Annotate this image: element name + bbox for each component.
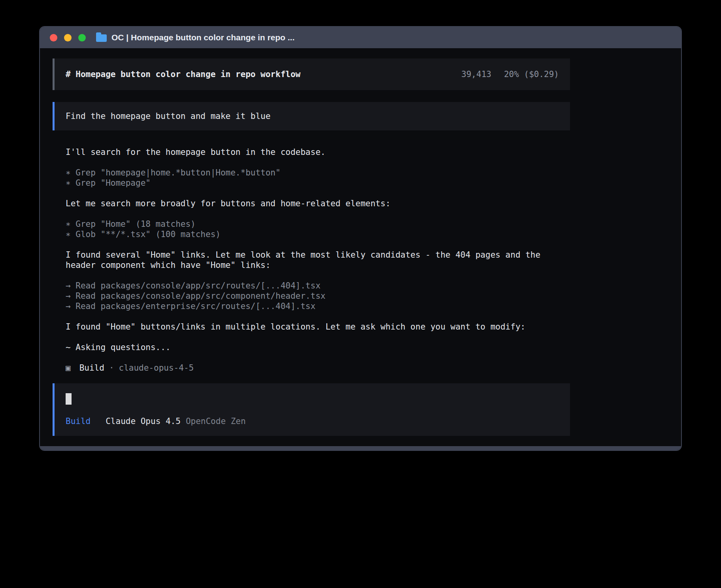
- user-message-text: Find the homepage button and make it blu…: [66, 111, 270, 121]
- tool-call-group: ∗ Grep "Home" (18 matches) ∗ Glob "**/*.…: [66, 219, 557, 239]
- terminal-body: # Homepage button color change in repo w…: [40, 48, 681, 450]
- assistant-text: I found several "Home" links. Let me loo…: [66, 250, 557, 270]
- window-title: OC | Homepage button color change in rep…: [111, 33, 294, 42]
- tool-call-group: ∗ Grep "homepage|home.*button|Home.*butt…: [66, 168, 557, 188]
- tool-call-glob: ∗ Glob "**/*.tsx" (100 matches): [66, 229, 557, 239]
- terminal-window: OC | Homepage button color change in rep…: [39, 26, 682, 451]
- input-model-label[interactable]: Claude Opus 4.5: [106, 416, 181, 426]
- tool-call-grep: ∗ Grep "Homepage": [66, 178, 557, 188]
- tool-call-read: → Read packages/console/app/src/componen…: [66, 291, 557, 301]
- agent-model: claude-opus-4-5: [119, 363, 194, 373]
- context-usage: 20% ($0.29): [504, 70, 559, 79]
- tool-call-grep: ∗ Grep "homepage|home.*button|Home.*butt…: [66, 168, 557, 178]
- assistant-text: I found "Home" buttons/links in multiple…: [66, 322, 557, 332]
- window-bottom-edge: [40, 446, 681, 450]
- tool-call-grep: ∗ Grep "Home" (18 matches): [66, 219, 557, 229]
- folder-icon: [96, 34, 107, 42]
- assistant-text: Let me search more broadly for buttons a…: [66, 198, 557, 209]
- assistant-status: ~ Asking questions...: [66, 342, 557, 352]
- prompt-input[interactable]: Build Claude Opus 4.5 OpenCode Zen: [53, 383, 570, 436]
- user-message: Find the homepage button and make it blu…: [53, 102, 570, 130]
- transcript: I'll search for the homepage button in t…: [53, 147, 570, 373]
- tool-call-read: → Read packages/console/app/src/routes/[…: [66, 281, 557, 291]
- window-controls: [50, 34, 86, 41]
- session-header: # Homepage button color change in repo w…: [53, 58, 570, 90]
- assistant-text: I'll search for the homepage button in t…: [66, 147, 557, 157]
- tool-call-group: → Read packages/console/app/src/routes/[…: [66, 281, 557, 311]
- input-mode-label[interactable]: Build: [66, 416, 91, 426]
- text-cursor: [66, 393, 72, 405]
- titlebar-title-group: OC | Homepage button color change in rep…: [96, 33, 294, 42]
- tool-call-read: → Read packages/enterprise/src/routes/[.…: [66, 301, 557, 311]
- content-column: # Homepage button color change in repo w…: [53, 58, 570, 450]
- input-meta-row: Build Claude Opus 4.5 OpenCode Zen: [66, 416, 559, 426]
- window-titlebar[interactable]: OC | Homepage button color change in rep…: [40, 27, 681, 48]
- minimize-button[interactable]: [64, 34, 72, 41]
- agent-row: ▣ Build · claude-opus-4-5: [66, 363, 557, 373]
- close-button[interactable]: [50, 34, 57, 41]
- session-meta: 39,413 20% ($0.29): [461, 70, 559, 79]
- agent-separator: ·: [109, 363, 114, 373]
- input-provider-label: OpenCode Zen: [186, 416, 246, 426]
- zoom-button[interactable]: [78, 34, 86, 41]
- agent-name: Build: [79, 363, 104, 373]
- token-count: 39,413: [461, 70, 491, 79]
- agent-icon: ▣: [66, 363, 71, 373]
- session-title: # Homepage button color change in repo w…: [66, 70, 300, 79]
